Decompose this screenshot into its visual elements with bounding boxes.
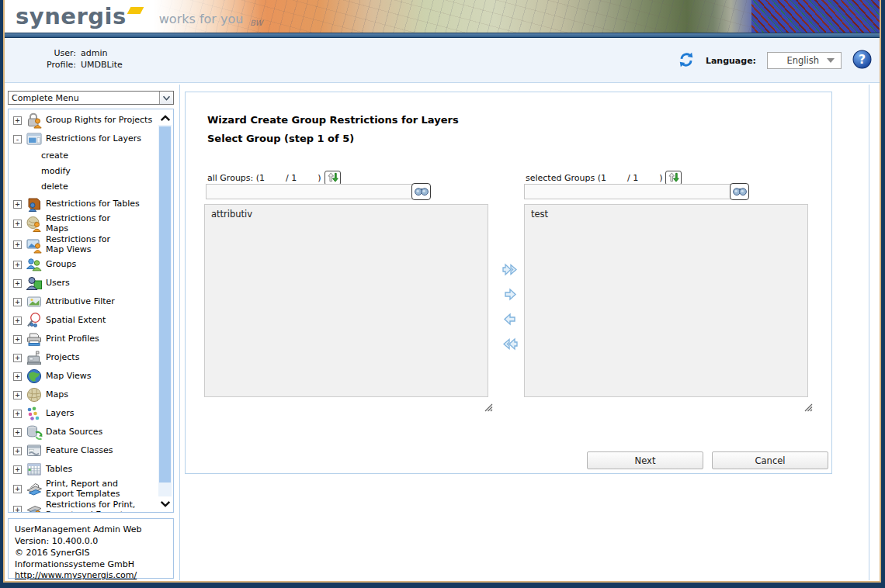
tree-item-label: delete — [41, 182, 68, 192]
wizard-title: Wizard Create Group Restrictions for Lay… — [207, 114, 459, 126]
expand-expander-icon[interactable]: + — [13, 354, 22, 362]
expand-expander-icon[interactable]: + — [13, 261, 22, 269]
tree-child-item[interactable]: create — [9, 148, 158, 164]
tree-item[interactable]: +Group Rights for Projects — [9, 111, 158, 130]
app-name: UserManagement Admin Web — [15, 524, 167, 536]
collapse-expander-icon[interactable]: - — [13, 135, 22, 144]
data-sources-icon — [25, 424, 43, 441]
expand-expander-icon[interactable]: + — [13, 428, 22, 437]
tree-child-item[interactable]: modify — [9, 164, 158, 179]
all-groups-listbox[interactable]: attributiv — [204, 204, 488, 397]
svg-text:?: ? — [859, 53, 866, 67]
list-item[interactable]: attributiv — [205, 205, 488, 222]
tree-item[interactable]: +Attributive Filter — [9, 292, 158, 311]
expand-expander-icon[interactable]: + — [13, 506, 22, 513]
expand-expander-icon[interactable]: + — [13, 335, 22, 344]
resize-grip-icon[interactable] — [484, 400, 493, 409]
list-item[interactable]: test — [525, 205, 807, 222]
scrollbar-thumb[interactable] — [159, 126, 171, 483]
tree-item-label: create — [41, 151, 68, 161]
user-bar: User: admin Profile: UMDBLite Language: … — [5, 38, 880, 83]
user-label: User: — [31, 48, 76, 58]
move-all-left-icon — [502, 343, 519, 355]
tree-item[interactable]: -Restrictions for Layers — [9, 130, 158, 148]
tree-scrollbar[interactable] — [158, 111, 172, 510]
logo-area: synergis works for you — [5, 0, 261, 33]
tree-item-label: Layers — [46, 409, 74, 419]
expand-expander-icon[interactable]: + — [13, 447, 22, 455]
move-all-right-button[interactable] — [502, 261, 519, 278]
help-button[interactable]: ? — [852, 50, 872, 71]
tree-item[interactable]: +Spatial Extent — [9, 311, 158, 330]
expand-expander-icon[interactable]: + — [13, 316, 22, 325]
refresh-button[interactable] — [678, 51, 695, 71]
scroll-up-arrow-icon[interactable] — [158, 111, 172, 125]
tree-item-label: Projects — [46, 353, 79, 363]
tree-item[interactable]: +Print, Report and Export Templates — [9, 479, 158, 500]
language-label: Language: — [706, 56, 756, 66]
restrictions-tables-icon — [25, 195, 43, 213]
tree-item[interactable]: +Users — [9, 274, 158, 292]
move-all-left-button[interactable] — [502, 336, 519, 352]
move-right-icon — [502, 293, 519, 305]
transfer-buttons — [502, 261, 519, 352]
tree-item-label: Feature Classes — [46, 446, 113, 456]
move-right-button[interactable] — [502, 286, 519, 303]
tree-item-label: Groups — [46, 260, 76, 270]
maps-icon — [25, 386, 43, 404]
tree-item[interactable]: +Restrictions for Print, Report and Expo… — [9, 500, 158, 513]
header-banner: BW synergis works for you — [5, 0, 880, 33]
tree-item[interactable]: +Restrictions for Tables — [9, 195, 158, 213]
next-button[interactable]: Next — [587, 451, 703, 469]
expand-expander-icon[interactable]: + — [13, 485, 22, 493]
expand-expander-icon[interactable]: + — [13, 279, 22, 288]
expand-expander-icon[interactable]: + — [13, 220, 22, 228]
scroll-down-arrow-icon[interactable] — [158, 496, 172, 510]
tree-item[interactable]: +Groups — [9, 255, 158, 274]
tables-icon — [25, 461, 43, 479]
tree-item[interactable]: +Print Profiles — [9, 330, 158, 348]
logo-accent-shape — [127, 7, 144, 14]
chevron-down-icon — [827, 58, 835, 63]
tree-item[interactable]: +Layers — [9, 404, 158, 423]
expand-expander-icon[interactable]: + — [13, 465, 22, 474]
binoculars-icon — [733, 185, 747, 199]
language-select[interactable]: English — [767, 52, 842, 69]
expand-expander-icon[interactable]: + — [13, 298, 22, 306]
menu-mode-select[interactable]: Complete Menu — [8, 91, 174, 105]
tree-item-label: Restrictions for Maps — [46, 214, 110, 234]
tree-item[interactable]: +Data Sources — [9, 423, 158, 441]
cancel-button[interactable]: Cancel — [712, 451, 828, 469]
tree-item[interactable]: +Maps — [9, 386, 158, 404]
synergis-logo: synergis — [16, 5, 127, 28]
expand-expander-icon[interactable]: + — [13, 116, 22, 125]
all-groups-search-button[interactable] — [411, 183, 431, 200]
expand-expander-icon[interactable]: + — [13, 410, 22, 418]
vendor-link[interactable]: http://www.mysynergis.com/ — [15, 570, 137, 580]
selected-groups-search-input[interactable] — [524, 184, 734, 199]
selected-groups-count-total: 1 — [633, 173, 659, 183]
expand-expander-icon[interactable]: + — [13, 372, 22, 381]
expand-expander-icon[interactable]: + — [13, 240, 22, 249]
users-icon — [25, 275, 43, 292]
restrictions-layers-icon — [25, 130, 43, 148]
selected-groups-listbox[interactable]: test — [524, 204, 808, 397]
expand-expander-icon[interactable]: + — [13, 391, 22, 399]
tree-item[interactable]: +Projects — [9, 348, 158, 367]
map-views-icon — [25, 368, 43, 386]
help-icon: ? — [852, 50, 872, 71]
tree-item[interactable]: +Tables — [9, 460, 158, 479]
resize-grip-icon[interactable] — [804, 400, 813, 409]
move-left-button[interactable] — [502, 311, 519, 327]
tree-item[interactable]: +Feature Classes — [9, 441, 158, 460]
tree-item[interactable]: +Map Views — [9, 367, 158, 386]
app-version: Version: 10.400.0.0 — [15, 536, 167, 548]
selected-groups-search-button[interactable] — [730, 183, 749, 200]
tree-item[interactable]: +Restrictions for Map Views — [9, 234, 158, 255]
expand-expander-icon[interactable]: + — [13, 200, 22, 209]
restrictions-maps-icon — [25, 215, 43, 233]
all-groups-search-input[interactable] — [206, 184, 415, 199]
tree-child-item[interactable]: delete — [9, 179, 158, 195]
app-info-box: UserManagement Admin Web Version: 10.400… — [8, 518, 174, 579]
tree-item[interactable]: +Restrictions for Maps — [9, 213, 158, 234]
